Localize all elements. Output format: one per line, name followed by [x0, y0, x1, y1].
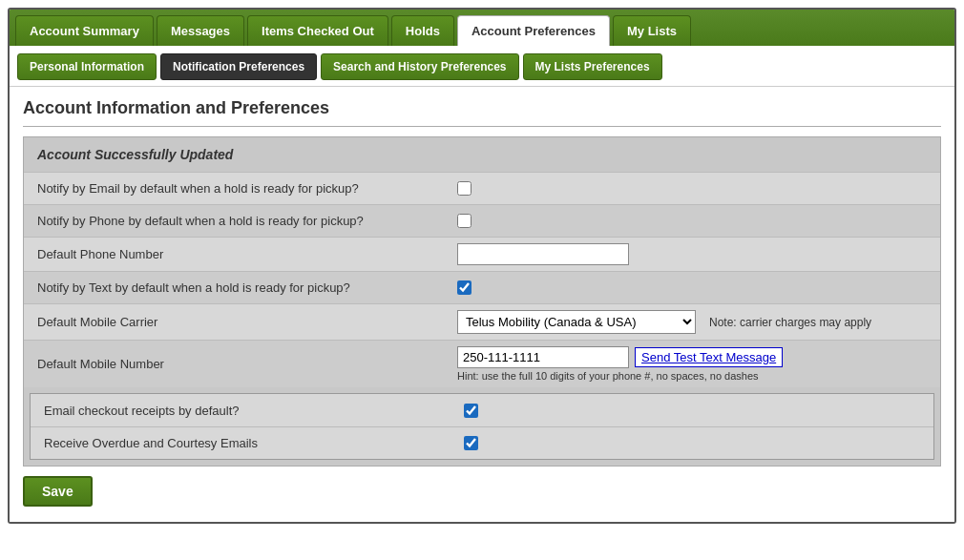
form-row-notify-email: Notify by Email by default when a hold i… [24, 172, 940, 204]
inner-form-row-overdue-emails: Receive Overdue and Courtesy Emails [31, 426, 933, 459]
sub-nav-tab-search-history-prefs[interactable]: Search and History Preferences [321, 53, 518, 80]
form-label-default-carrier: Default Mobile Carrier [37, 315, 457, 329]
inner-form-control-overdue-emails [464, 436, 478, 450]
inner-form-label-email-receipts: Email checkout receipts by default? [44, 404, 464, 418]
form-control-default-phone [457, 243, 629, 265]
form-control-notify-text [457, 280, 472, 295]
inner-form-label-overdue-emails: Receive Overdue and Courtesy Emails [44, 436, 464, 450]
top-nav-tab-items-checked-out[interactable]: Items Checked Out [247, 15, 388, 46]
checkbox-email-receipts[interactable] [464, 404, 478, 418]
form-row-default-mobile: Default Mobile NumberSend Test Text Mess… [24, 340, 940, 387]
top-nav-tab-account-summary[interactable]: Account Summary [15, 15, 154, 46]
form-rows: Notify by Email by default when a hold i… [24, 172, 940, 387]
form-row-notify-phone: Notify by Phone by default when a hold i… [24, 204, 940, 237]
mobile-number-section: Send Test Text MessageHint: use the full… [457, 346, 783, 382]
select-default-carrier[interactable]: Telus Mobility (Canada & USA)RogersBellF… [457, 310, 696, 334]
sub-nav-tab-my-lists-prefs[interactable]: My Lists Preferences [523, 53, 662, 80]
sub-nav-tab-notification-prefs[interactable]: Notification Preferences [160, 53, 317, 80]
form-label-notify-phone: Notify by Phone by default when a hold i… [37, 214, 457, 228]
main-container: Account SummaryMessagesItems Checked Out… [8, 8, 956, 524]
top-nav-tab-account-preferences[interactable]: Account Preferences [457, 15, 610, 46]
top-nav: Account SummaryMessagesItems Checked Out… [10, 10, 954, 46]
form-control-notify-phone [457, 214, 472, 228]
carrier-note: Note: carrier charges may apply [709, 316, 871, 329]
form-control-notify-email [457, 181, 472, 196]
form-row-default-carrier: Default Mobile CarrierTelus Mobility (Ca… [24, 303, 940, 340]
save-btn-area: Save [23, 467, 941, 510]
top-nav-tab-messages[interactable]: Messages [157, 15, 244, 46]
success-message: Account Successfully Updated [24, 137, 940, 172]
page-content: Account Information and Preferences Acco… [10, 87, 954, 522]
checkbox-notify-email[interactable] [457, 181, 472, 196]
top-nav-tab-holds[interactable]: Holds [391, 15, 454, 46]
sub-nav: Personal InformationNotification Prefere… [10, 46, 954, 87]
checkbox-notify-text[interactable] [457, 280, 472, 295]
form-control-default-carrier: Telus Mobility (Canada & USA)RogersBellF… [457, 310, 871, 334]
form-row-notify-text: Notify by Text by default when a hold is… [24, 271, 940, 303]
save-button[interactable]: Save [23, 476, 93, 507]
form-area: Account Successfully Updated Notify by E… [23, 136, 941, 467]
input-default-phone[interactable] [457, 243, 629, 265]
top-nav-tab-my-lists[interactable]: My Lists [613, 15, 691, 46]
divider [23, 126, 941, 127]
inner-form-row-email-receipts: Email checkout receipts by default? [31, 394, 933, 426]
input-default-mobile[interactable] [457, 346, 629, 368]
send-test-button[interactable]: Send Test Text Message [635, 347, 783, 367]
form-label-default-phone: Default Phone Number [37, 247, 457, 261]
mobile-hint: Hint: use the full 10 digits of your pho… [457, 370, 783, 382]
checkbox-overdue-emails[interactable] [464, 436, 478, 450]
form-label-notify-email: Notify by Email by default when a hold i… [37, 181, 457, 196]
form-control-default-mobile: Send Test Text MessageHint: use the full… [457, 346, 783, 382]
checkbox-notify-phone[interactable] [457, 214, 472, 228]
inner-form-control-email-receipts [464, 404, 478, 418]
form-label-default-mobile: Default Mobile Number [37, 357, 457, 371]
form-label-notify-text: Notify by Text by default when a hold is… [37, 280, 457, 295]
mobile-number-row: Send Test Text Message [457, 346, 783, 368]
inner-box: Email checkout receipts by default?Recei… [30, 393, 934, 460]
form-row-default-phone: Default Phone Number [24, 237, 940, 271]
inner-rows: Email checkout receipts by default?Recei… [31, 394, 933, 459]
sub-nav-tab-personal-info[interactable]: Personal Information [17, 53, 157, 80]
page-title: Account Information and Preferences [23, 98, 941, 118]
